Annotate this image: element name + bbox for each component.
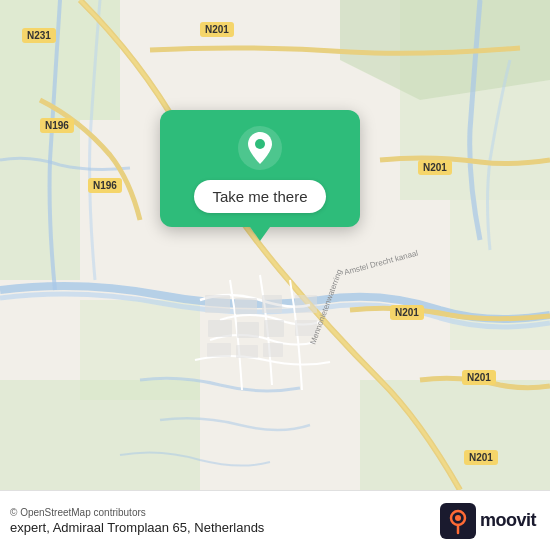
road-label-n201-top: N201 xyxy=(200,22,234,37)
svg-rect-17 xyxy=(263,343,283,357)
location-name: expert, Admiraal Tromplaan 65, Netherlan… xyxy=(10,520,264,535)
footer-left: © OpenStreetMap contributors expert, Adm… xyxy=(10,507,264,535)
road-label-n196-mid: N196 xyxy=(88,178,122,193)
svg-rect-16 xyxy=(236,345,258,358)
svg-rect-7 xyxy=(80,300,200,400)
road-label-n201-mid: N201 xyxy=(390,305,424,320)
moovit-text: moovit xyxy=(480,510,536,531)
road-label-n196-top: N196 xyxy=(40,118,74,133)
road-label-n201-bot: N201 xyxy=(462,370,496,385)
svg-rect-12 xyxy=(208,320,232,337)
moovit-icon xyxy=(440,503,476,539)
road-label-n201-br: N201 xyxy=(464,450,498,465)
popup-card[interactable]: Take me there xyxy=(160,110,360,227)
footer: © OpenStreetMap contributors expert, Adm… xyxy=(0,490,550,550)
svg-rect-11 xyxy=(262,295,282,313)
location-pin-icon xyxy=(238,126,282,170)
take-me-there-button[interactable]: Take me there xyxy=(194,180,325,213)
svg-rect-15 xyxy=(207,343,231,357)
svg-point-26 xyxy=(455,515,461,521)
road-label-n201-right: N201 xyxy=(418,160,452,175)
osm-credit: © OpenStreetMap contributors xyxy=(10,507,264,518)
map-container: Mennonietenwaterring Amstel Drecht kanaa… xyxy=(0,0,550,490)
svg-rect-14 xyxy=(264,320,284,337)
svg-rect-18 xyxy=(295,295,317,313)
svg-rect-9 xyxy=(205,295,230,313)
moovit-logo: moovit xyxy=(440,503,536,539)
svg-rect-13 xyxy=(237,322,259,338)
svg-rect-10 xyxy=(235,298,257,314)
svg-point-23 xyxy=(255,139,265,149)
svg-rect-2 xyxy=(0,120,80,280)
svg-rect-8 xyxy=(360,380,550,490)
road-label-n231: N231 xyxy=(22,28,56,43)
